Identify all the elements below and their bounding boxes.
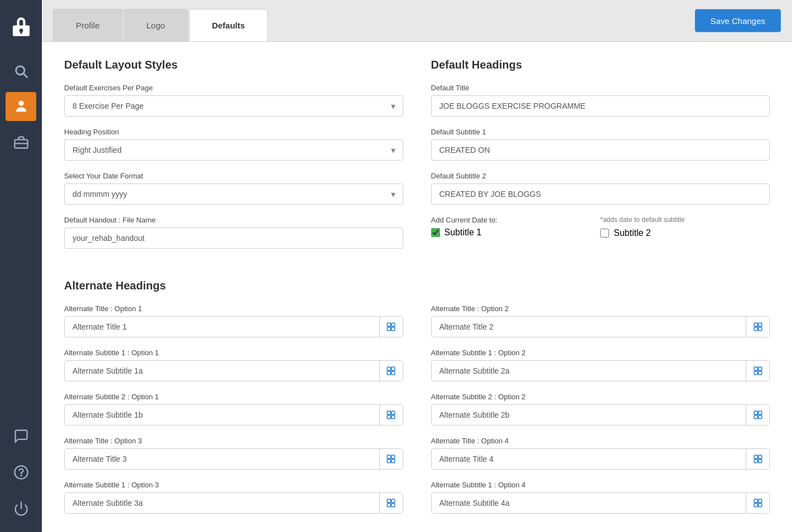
tab-defaults[interactable]: Defaults	[189, 9, 268, 41]
svg-rect-42	[754, 455, 757, 458]
subtitle1-checkbox[interactable]	[431, 228, 440, 237]
add-date-label: Add Current Date to:	[431, 216, 601, 224]
svg-rect-44	[754, 460, 757, 463]
alt-sub2b-label: Alternate Subtitle 2 : Option 2	[431, 393, 770, 401]
add-current-date-section: Add Current Date to: Subtitle 1 *adds da…	[431, 216, 770, 238]
heading-position-select[interactable]: Right Justified Left Justified Center Ju…	[64, 139, 403, 161]
alt-title4-input-wrapper	[431, 448, 770, 470]
subtitle2-checkbox-label[interactable]: Subtitle 2	[600, 228, 651, 238]
alt-sub2b-icon-btn[interactable]	[746, 405, 769, 425]
file-name-group: Default Handout : File Name	[64, 216, 403, 249]
alt-title1-label: Alternate Title : Option 1	[64, 304, 403, 313]
alt-title4-group: Alternate Title : Option 4	[431, 437, 770, 470]
subtitle1-input[interactable]	[431, 139, 770, 161]
app-logo	[0, 6, 42, 47]
alt-sub2a-icon-btn[interactable]	[746, 361, 769, 381]
sidebar-item-search[interactable]	[0, 53, 42, 89]
exercises-select-wrapper: 8 Exercise Per Page 4 Exercise Per Page …	[64, 95, 403, 117]
alt-title4-label: Alternate Title : Option 4	[431, 437, 770, 445]
svg-rect-15	[392, 367, 395, 370]
svg-rect-34	[754, 367, 757, 370]
alt-title4-input[interactable]	[432, 449, 746, 469]
alt-title3-input-wrapper	[64, 448, 403, 470]
file-name-input[interactable]	[64, 228, 403, 249]
layout-styles-section: Default Layout Styles Default Exercises …	[64, 59, 403, 260]
svg-rect-27	[392, 499, 395, 502]
default-headings-section: Default Headings Default Title Default S…	[431, 59, 770, 260]
svg-rect-30	[754, 323, 757, 326]
alt-sub1b-input[interactable]	[65, 405, 379, 425]
alt-title2-input-wrapper	[431, 316, 770, 337]
alt-sub3a-input-wrapper	[64, 492, 403, 514]
svg-rect-22	[387, 455, 390, 458]
sidebar-item-chat[interactable]	[0, 418, 42, 454]
exercises-select[interactable]: 8 Exercise Per Page 4 Exercise Per Page …	[64, 95, 403, 117]
alt-headings-grid: Alternate Title : Option 1	[64, 304, 770, 525]
alt-sub1b-label: Alternate Subtitle 2 : Option 1	[64, 393, 403, 401]
alt-title3-icon-btn[interactable]	[379, 449, 403, 469]
alt-sub1a-input[interactable]	[65, 361, 379, 381]
svg-rect-28	[387, 504, 390, 507]
alt-sub1a-icon-btn[interactable]	[379, 361, 403, 381]
tab-logo[interactable]: Logo	[124, 9, 188, 41]
page-body: Default Layout Styles Default Exercises …	[42, 42, 792, 532]
heading-position-group: Heading Position Right Justified Left Ju…	[64, 128, 403, 161]
default-title-label: Default Title	[431, 84, 770, 92]
svg-rect-39	[758, 411, 761, 414]
alt-title3-label: Alternate Title : Option 3	[64, 437, 403, 445]
alt-sub4a-group: Alternate Subtitle 1 : Option 4	[431, 481, 770, 514]
svg-rect-35	[758, 367, 761, 370]
subtitle2-label: Default Subtitle 2	[431, 172, 770, 180]
default-title-input[interactable]	[431, 95, 770, 117]
alt-title2-icon-btn[interactable]	[746, 317, 769, 337]
subtitle1-checkbox-label[interactable]: Subtitle 1	[431, 228, 482, 238]
sidebar-item-power[interactable]	[0, 490, 42, 526]
layout-section-title: Default Layout Styles	[64, 59, 403, 71]
svg-rect-36	[754, 371, 757, 375]
svg-rect-43	[758, 455, 761, 458]
alt-title3-input[interactable]	[65, 449, 379, 469]
alt-sub4a-input[interactable]	[432, 493, 746, 513]
alt-sub2b-group: Alternate Subtitle 2 : Option 2	[431, 393, 770, 425]
svg-rect-11	[392, 323, 395, 326]
subtitle2-checkbox[interactable]	[600, 229, 609, 238]
svg-point-4	[18, 101, 23, 106]
tab-profile[interactable]: Profile	[53, 9, 123, 41]
sidebar-item-briefcase[interactable]	[0, 124, 42, 160]
svg-rect-13	[392, 327, 395, 331]
alt-sub3a-icon-btn[interactable]	[379, 493, 403, 513]
exercises-label: Default Exercises Per Page	[64, 84, 403, 92]
subtitle2-group: Default Subtitle 2	[431, 172, 770, 205]
svg-rect-24	[387, 460, 390, 463]
alt-sub3a-input[interactable]	[65, 493, 379, 513]
subtitle1-check-row: Subtitle 1	[431, 228, 601, 238]
alt-title1-input[interactable]	[65, 317, 379, 337]
subtitle2-input[interactable]	[431, 183, 770, 205]
default-title-group: Default Title	[431, 84, 770, 117]
date-format-select[interactable]: dd mmmm yyyy mm/dd/yyyy dd/mm/yyyy	[64, 183, 403, 205]
alt-sub2b-input[interactable]	[432, 405, 746, 425]
main-content: Profile Logo Defaults Save Changes Defau…	[42, 0, 792, 532]
alt-option1-col: Alternate Title : Option 1	[64, 304, 403, 525]
alt-title1-icon-btn[interactable]	[379, 317, 403, 337]
svg-rect-32	[754, 327, 757, 331]
alt-title1-group: Alternate Title : Option 1	[64, 304, 403, 337]
save-button[interactable]: Save Changes	[695, 9, 781, 32]
sidebar-item-help[interactable]	[0, 454, 42, 490]
date-left: Add Current Date to: Subtitle 1	[431, 216, 601, 238]
alt-sub2a-input[interactable]	[432, 361, 746, 381]
alternate-headings-section: Alternate Headings Alternate Title : Opt…	[64, 279, 770, 525]
top-section: Default Layout Styles Default Exercises …	[64, 59, 770, 260]
alt-title2-input[interactable]	[432, 317, 746, 337]
svg-rect-29	[392, 504, 395, 507]
alt-sub1b-icon-btn[interactable]	[379, 405, 403, 425]
alt-title4-icon-btn[interactable]	[746, 449, 769, 469]
sidebar-item-profile[interactable]	[6, 92, 36, 121]
date-format-label: Select Your Date Format	[64, 172, 403, 180]
alt-sub1a-label: Alternate Subtitle 1 : Option 1	[64, 349, 403, 357]
svg-rect-19	[392, 411, 395, 414]
alt-sub1a-input-wrapper	[64, 360, 403, 381]
alt-sub4a-icon-btn[interactable]	[746, 493, 769, 513]
tabs: Profile Logo Defaults	[53, 0, 268, 41]
alt-sub4a-input-wrapper	[431, 492, 770, 514]
